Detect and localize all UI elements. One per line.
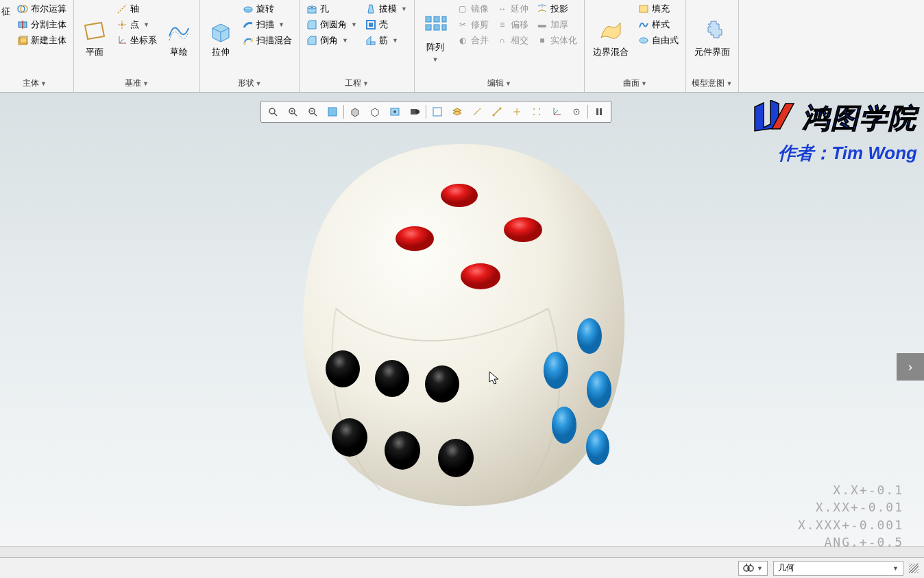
datum-group-label[interactable]: 基准▼ bbox=[78, 75, 195, 92]
annot-display-button[interactable] bbox=[467, 104, 487, 120]
dice-model[interactable] bbox=[278, 130, 648, 514]
feature-tab-label: 征 bbox=[0, 3, 12, 19]
eng-group-label[interactable]: 工程▼ bbox=[304, 75, 410, 92]
intersect-icon: ∩ bbox=[497, 35, 508, 46]
pattern-button[interactable]: 阵列▼ bbox=[419, 1, 452, 75]
resize-grip[interactable] bbox=[909, 564, 919, 573]
component-interface-button[interactable]: 元件界面 bbox=[690, 1, 734, 75]
merge-button[interactable]: ◐合并 bbox=[454, 33, 491, 48]
graphics-toolbar bbox=[260, 101, 611, 123]
component-icon bbox=[700, 19, 725, 43]
svg-point-44 bbox=[393, 110, 396, 113]
ribbon-group-shape: 拉伸 旋转 扫描▼ 扫描混合 形状▼ bbox=[200, 0, 300, 92]
ribbon-group-intent: 元件界面 模型意图▼ bbox=[686, 0, 739, 92]
svg-rect-42 bbox=[328, 108, 337, 116]
extend-icon: ↔ bbox=[497, 3, 508, 14]
svg-rect-25 bbox=[434, 16, 439, 22]
svg-rect-22 bbox=[369, 23, 373, 27]
intent-group-label[interactable]: 模型意图▼ bbox=[690, 75, 734, 92]
trim-button[interactable]: ✂修剪 bbox=[454, 17, 491, 32]
intersect-button[interactable]: ∩相交 bbox=[494, 33, 531, 48]
watermark-title: 鸿图学院 bbox=[802, 99, 917, 137]
project-button[interactable]: 投影 bbox=[534, 1, 580, 16]
extend-button[interactable]: ↔延伸 bbox=[494, 1, 531, 16]
svg-point-32 bbox=[640, 38, 648, 43]
solidify-button[interactable]: ■实体化 bbox=[534, 33, 580, 48]
body-group-label[interactable]: 主体▼ bbox=[0, 75, 69, 92]
ribbon-group-surface: 边界混合 填充 样式 自由式 曲面▼ bbox=[585, 0, 686, 92]
extrude-button[interactable]: 拉伸 bbox=[204, 1, 237, 75]
svg-point-56 bbox=[533, 114, 535, 115]
axis-button[interactable]: 轴 bbox=[114, 1, 160, 16]
boundary-blend-button[interactable]: 边界混合 bbox=[589, 1, 633, 75]
offset-button[interactable]: ≡偏移 bbox=[494, 17, 531, 32]
svg-rect-26 bbox=[442, 16, 446, 22]
split-body-button[interactable]: 分割主体 bbox=[14, 17, 69, 32]
chamfer-button[interactable]: 倒角▼ bbox=[304, 33, 360, 48]
split-body-label: 分割主体 bbox=[31, 19, 66, 31]
watermark-author: 作者：Tim Wong bbox=[751, 141, 917, 165]
draft-button[interactable]: 拔模▼ bbox=[363, 1, 410, 16]
zoom-out-button[interactable] bbox=[303, 104, 322, 120]
refit-button[interactable] bbox=[323, 104, 342, 120]
point-button[interactable]: 点▼ bbox=[114, 17, 160, 32]
spin-center-button[interactable] bbox=[567, 104, 586, 120]
boolean-op-button[interactable]: 布尔运算 bbox=[14, 1, 69, 16]
csys-display-button[interactable] bbox=[547, 104, 566, 120]
mirror-button[interactable]: ▢镜像 bbox=[454, 1, 491, 16]
hole-button[interactable]: 孔 bbox=[304, 1, 360, 16]
hole-icon bbox=[306, 3, 317, 14]
viewport-3d[interactable]: 鸿图学院 作者：Tim Wong X.X+-0.1 X.XX+-0.01 X.X… bbox=[0, 93, 924, 557]
freestyle-button[interactable]: 自由式 bbox=[635, 33, 681, 48]
selection-filter-dropdown[interactable]: 几何 ▼ bbox=[773, 561, 903, 576]
plane-button[interactable]: 平面 bbox=[78, 1, 111, 75]
datum-display-button[interactable] bbox=[487, 104, 507, 120]
ribbon-group-datum: 平面 轴 点▼ 坐标系 草绘 基准▼ bbox=[74, 0, 200, 92]
view-manager-button[interactable] bbox=[385, 104, 404, 120]
side-panel-expand[interactable]: › bbox=[897, 353, 924, 381]
mirror-icon: ▢ bbox=[457, 3, 468, 14]
zoom-fit-button[interactable] bbox=[263, 104, 282, 120]
style-button[interactable]: 样式 bbox=[635, 17, 681, 32]
surface-group-label[interactable]: 曲面▼ bbox=[589, 75, 681, 92]
sweep-blend-button[interactable]: 扫描混合 bbox=[240, 33, 295, 48]
layers-button[interactable] bbox=[448, 104, 467, 120]
rib-button[interactable]: 筋▼ bbox=[363, 33, 410, 48]
perspective-button[interactable] bbox=[405, 104, 424, 120]
saved-view-button[interactable] bbox=[365, 104, 385, 120]
round-button[interactable]: 倒圆角▼ bbox=[304, 17, 360, 32]
revolve-label: 旋转 bbox=[256, 3, 274, 15]
extrude-icon bbox=[208, 19, 233, 43]
find-dropdown[interactable]: ▼ bbox=[738, 561, 768, 576]
edit-group-label[interactable]: 编辑▼ bbox=[419, 75, 580, 92]
revolve-button[interactable]: 旋转 bbox=[240, 1, 295, 16]
shell-button[interactable]: 壳 bbox=[363, 17, 410, 32]
sweep-button[interactable]: 扫描▼ bbox=[240, 17, 295, 32]
csys-button[interactable]: 坐标系 bbox=[114, 33, 160, 48]
boundary-icon bbox=[598, 19, 623, 43]
horizontal-scrollbar[interactable] bbox=[0, 546, 924, 557]
point-display-button[interactable] bbox=[527, 104, 546, 120]
sketch-label: 草绘 bbox=[170, 46, 188, 58]
svg-rect-27 bbox=[426, 25, 431, 30]
extrude-label: 拉伸 bbox=[212, 46, 230, 58]
shape-group-label[interactable]: 形状▼ bbox=[204, 75, 295, 92]
sketch-button[interactable]: 草绘 bbox=[162, 1, 195, 75]
tol-line: X.XXX+-0.001 bbox=[798, 516, 903, 533]
named-view-button[interactable] bbox=[428, 104, 447, 120]
axis-display-button[interactable] bbox=[507, 104, 526, 120]
new-body-button[interactable]: 新建主体 bbox=[14, 33, 69, 48]
svg-rect-63 bbox=[596, 108, 598, 115]
rib-icon bbox=[365, 35, 376, 46]
pattern-label: 阵列 bbox=[426, 41, 444, 53]
display-style-button[interactable] bbox=[345, 104, 365, 120]
thicken-button[interactable]: ▬加厚 bbox=[534, 17, 580, 32]
svg-rect-24 bbox=[426, 16, 431, 22]
zoom-in-button[interactable] bbox=[283, 104, 302, 120]
fill-button[interactable]: 填充 bbox=[635, 1, 681, 16]
svg-line-14 bbox=[119, 39, 123, 43]
svg-line-38 bbox=[294, 113, 297, 116]
chamfer-icon bbox=[306, 35, 317, 46]
svg-rect-17 bbox=[251, 38, 253, 42]
pause-button[interactable] bbox=[589, 104, 609, 120]
